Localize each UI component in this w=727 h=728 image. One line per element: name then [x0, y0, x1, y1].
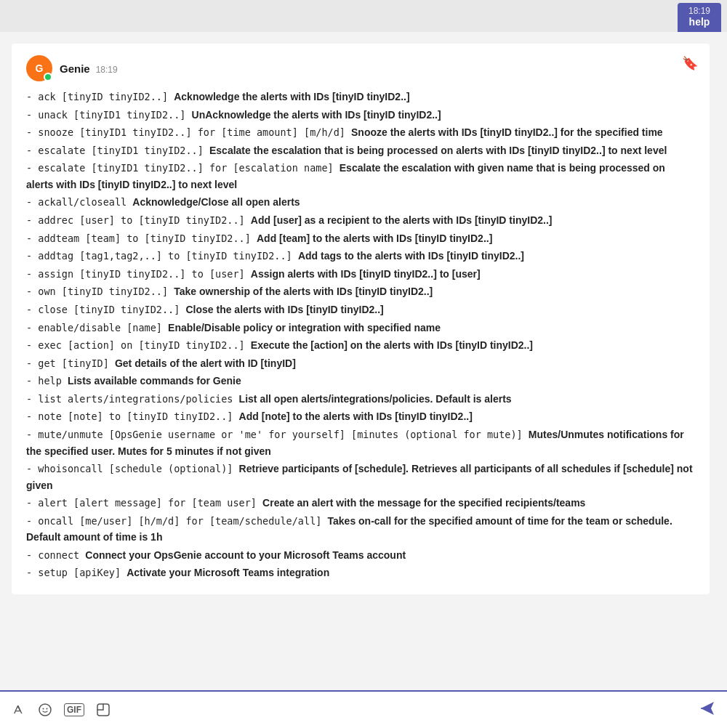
sticker-icon[interactable] [96, 703, 111, 717]
svg-point-0 [39, 704, 51, 716]
svg-point-1 [43, 708, 44, 710]
cmd-line-2: - unack [tinyID1 tinyID2..] UnAcknowledg… [26, 107, 695, 124]
message-card: G Genie 18:19 🔖 - ack [tinyID tinyID2..]… [12, 44, 710, 594]
cmd-line-7: - addrec [user] to [tinyID tinyID2..] Ad… [26, 212, 695, 229]
cmd-line-23: - connect Connect your OpsGenie account … [26, 547, 695, 564]
cmd-line-6: - ackall/closeall Acknowledge/Close all … [26, 194, 695, 211]
cmd-line-14: - exec [action] on [tinyID tinyID2..] Ex… [26, 337, 695, 354]
cmd-line-10: - assign [tinyID tinyID2..] to [user] As… [26, 266, 695, 283]
cmd-line-13: - enable/disable [name] Enable/Disable p… [26, 320, 695, 336]
online-badge [44, 73, 52, 81]
cmd-line-17: - list alerts/integrations/policies List… [26, 391, 695, 408]
emoji-icon[interactable] [38, 703, 52, 717]
send-icon[interactable] [699, 700, 715, 720]
main-content: G Genie 18:19 🔖 - ack [tinyID tinyID2..]… [0, 32, 727, 690]
cmd-line-12: - close [tinyID tinyID2..] Close the ale… [26, 302, 695, 318]
cmd-line-3: - snooze [tinyID1 tinyID2..] for [time a… [26, 124, 695, 141]
cmd-line-8: - addteam [team] to [tinyID tinyID2..] A… [26, 230, 695, 247]
cmd-line-5: - escalate [tinyID1 tinyID2..] for [esca… [26, 160, 695, 193]
cmd-line-1: - ack [tinyID tinyID2..] Acknowledge the… [26, 89, 695, 105]
message-body: - ack [tinyID tinyID2..] Acknowledge the… [26, 89, 695, 581]
top-bar-panel: 18:19 help [678, 3, 721, 32]
svg-point-2 [47, 708, 48, 710]
message-timestamp: 18:19 [96, 65, 118, 75]
format-icon[interactable] [12, 703, 26, 717]
message-header: G Genie 18:19 [26, 55, 695, 81]
cmd-line-20: - whoisoncall [schedule (optional)] Retr… [26, 461, 695, 493]
cmd-line-16: - help Lists available commands for Geni… [26, 373, 695, 389]
top-bar-command: help [689, 16, 710, 28]
top-bar-time: 18:19 [688, 6, 710, 16]
message-input-area[interactable] [122, 701, 688, 719]
bottom-toolbar: GIF [0, 690, 727, 728]
cmd-line-4: - escalate [tinyID1 tinyID2..] Escalate … [26, 142, 695, 159]
cmd-line-15: - get [tinyID] Get details of the alert … [26, 355, 695, 372]
cmd-line-9: - addtag [tag1,tag2,..] to [tinyID tinyI… [26, 248, 695, 264]
cmd-line-21: - alert [alert message] for [team user] … [26, 495, 695, 511]
cmd-line-24: - setup [apiKey] Activate your Microsoft… [26, 565, 695, 581]
avatar: G [26, 55, 52, 81]
cmd-line-11: - own [tinyID tinyID2..] Take ownership … [26, 283, 695, 300]
message-meta: Genie 18:19 [60, 62, 118, 75]
top-bar: 18:19 help [0, 0, 727, 32]
cmd-line-22: - oncall [me/user] [h/m/d] for [team/sch… [26, 513, 695, 546]
cmd-line-18: - note [note] to [tinyID tinyID2..] Add … [26, 408, 695, 425]
cmd-line-19: - mute/unmute [OpsGenie username or 'me'… [26, 426, 695, 459]
sender-name: Genie [60, 62, 90, 75]
bookmark-icon[interactable]: 🔖 [682, 55, 698, 71]
gif-icon[interactable]: GIF [64, 703, 84, 716]
avatar-initials: G [36, 62, 44, 74]
